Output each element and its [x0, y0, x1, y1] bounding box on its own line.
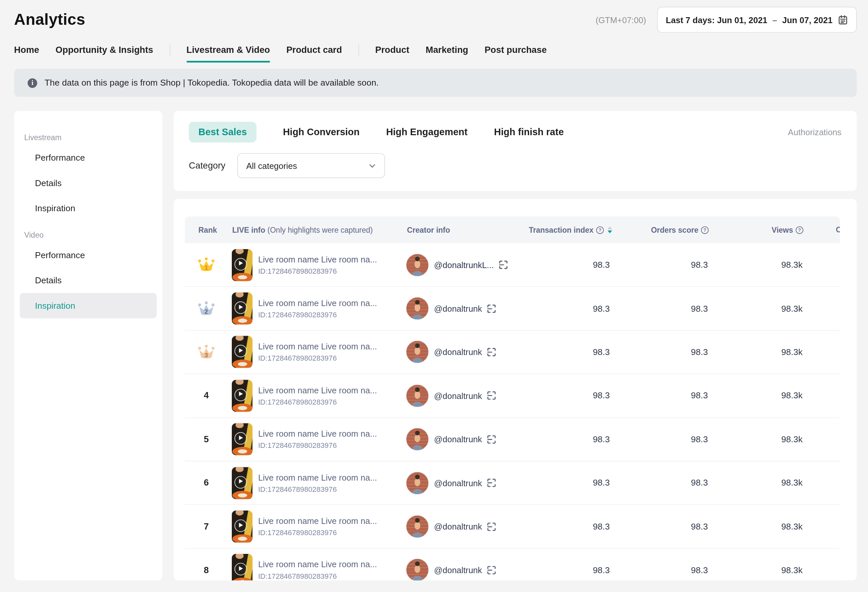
- question-circle-icon[interactable]: ?: [795, 226, 804, 234]
- live-room-title[interactable]: Live room name Live room na...: [258, 516, 377, 526]
- chevron-down-icon: [368, 161, 376, 170]
- creator-avatar[interactable]: [406, 515, 429, 538]
- tab-high-engagement[interactable]: High Engagement: [386, 127, 468, 138]
- live-room-title[interactable]: Live room name Live room na...: [258, 386, 377, 395]
- live-room-title[interactable]: Live room name Live room na...: [258, 255, 377, 264]
- tab-high-conversion[interactable]: High Conversion: [283, 127, 360, 138]
- expand-scan-icon[interactable]: [487, 348, 496, 356]
- expand-scan-icon[interactable]: [487, 304, 496, 313]
- transaction-index-value: 98.3: [524, 303, 626, 314]
- creator-handle[interactable]: @donaltrunkL...: [434, 260, 494, 270]
- orders-score-label: Orders score: [651, 226, 698, 234]
- expand-scan-icon[interactable]: [499, 261, 508, 269]
- rank-cell: 1 1: [185, 256, 228, 273]
- play-icon: [235, 389, 247, 401]
- live-text: Live room name Live room na... ID:172846…: [258, 516, 377, 537]
- expand-scan-icon[interactable]: [487, 565, 496, 574]
- creator-cell: @donaltrunk: [400, 297, 524, 320]
- creator-handle[interactable]: @donaltrunk: [434, 304, 482, 313]
- filter-card: Best Sales High Conversion High Engageme…: [174, 111, 857, 191]
- authorizations-link[interactable]: Authorizations: [788, 127, 841, 137]
- live-room-title[interactable]: Live room name Live room na...: [258, 560, 377, 569]
- question-circle-icon[interactable]: ?: [596, 226, 604, 234]
- sidebar-item-livestream-performance[interactable]: Performance: [20, 145, 157, 170]
- creator-cell: @donaltrunkL...: [400, 253, 524, 277]
- rank-cell: 2 2: [185, 300, 228, 317]
- info-banner: i The data on this page is from Shop | T…: [14, 69, 857, 97]
- creator-avatar[interactable]: [406, 559, 429, 580]
- nav-item-marketing[interactable]: Marketing: [425, 45, 468, 55]
- question-circle-icon[interactable]: ?: [701, 226, 709, 234]
- live-thumbnail[interactable]: [232, 249, 252, 281]
- live-thumbnail[interactable]: [232, 510, 252, 542]
- sort-carets-icon[interactable]: [608, 227, 613, 233]
- expand-scan-icon[interactable]: [487, 478, 496, 487]
- live-text: Live room name Live room na... ID:172846…: [258, 298, 377, 319]
- live-text: Live room name Live room na... ID:172846…: [258, 429, 377, 450]
- live-thumbnail[interactable]: [232, 467, 252, 499]
- svg-text:3: 3: [205, 352, 208, 359]
- tab-high-finish-rate[interactable]: High finish rate: [494, 127, 564, 138]
- nav-item-home[interactable]: Home: [14, 45, 39, 55]
- creator-cell: @donaltrunk: [400, 428, 524, 451]
- transaction-index-value: 98.3: [524, 521, 626, 532]
- nav-item-opportunity-insights[interactable]: Opportunity & Insights: [56, 45, 153, 55]
- nav-item-product[interactable]: Product: [375, 45, 409, 55]
- rank-number: 4: [204, 391, 209, 401]
- column-header-orders-score: Orders score ?: [626, 226, 716, 234]
- creator-avatar[interactable]: [406, 384, 429, 407]
- column-header-transaction-index[interactable]: Transaction index ?: [524, 226, 626, 234]
- creator-avatar[interactable]: [406, 340, 429, 364]
- sidebar-item-livestream-details[interactable]: Details: [20, 170, 157, 196]
- column-header-views: Views ?: [716, 226, 810, 234]
- rank-crown-icon: 3: [197, 344, 216, 361]
- live-text: Live room name Live room na... ID:172846…: [258, 342, 377, 362]
- play-icon: [235, 432, 247, 445]
- live-room-title[interactable]: Live room name Live room na...: [258, 298, 377, 308]
- creator-handle[interactable]: @donaltrunk: [434, 565, 482, 575]
- live-thumbnail[interactable]: [232, 336, 252, 368]
- tab-best-sales[interactable]: Best Sales: [189, 122, 257, 143]
- creator-avatar[interactable]: [406, 297, 429, 320]
- live-room-title[interactable]: Live room name Live room na...: [258, 473, 377, 482]
- sidebar-item-video-performance[interactable]: Performance: [20, 242, 157, 268]
- live-thumbnail[interactable]: [232, 423, 252, 455]
- creator-handle[interactable]: @donaltrunk: [434, 521, 482, 531]
- creator-handle[interactable]: @donaltrunk: [434, 348, 482, 357]
- sidebar-item-livestream-inspiration[interactable]: Inspiration: [20, 195, 157, 221]
- live-thumbnail[interactable]: [232, 380, 252, 412]
- creator-avatar[interactable]: [406, 428, 429, 451]
- page-header: Analytics (GTM+07:00) Last 7 days: Jun 0…: [0, 0, 868, 33]
- table-row: 8 8 Live room name Live room na... ID:17…: [185, 549, 840, 580]
- creator-avatar[interactable]: [406, 253, 429, 277]
- table-row: 5 5 Live room name Live room na... ID:17…: [185, 418, 840, 461]
- expand-scan-icon[interactable]: [487, 391, 496, 400]
- views-value: 98.3k: [716, 347, 810, 357]
- sidebar-item-video-details[interactable]: Details: [20, 268, 157, 293]
- category-label: Category: [189, 161, 226, 171]
- transaction-index-label: Transaction index: [529, 226, 593, 234]
- category-select[interactable]: All categories: [237, 153, 385, 178]
- live-thumbnail[interactable]: [232, 554, 252, 580]
- rank-crown-icon: 2: [197, 300, 216, 317]
- sidebar-item-video-inspiration[interactable]: Inspiration: [20, 293, 157, 318]
- date-range-picker[interactable]: Last 7 days: Jun 01, 2021 – Jun 07, 2021: [657, 7, 857, 32]
- ranking-tabs: Best Sales High Conversion High Engageme…: [189, 122, 841, 143]
- nav-item-post-purchase[interactable]: Post purchase: [484, 45, 546, 55]
- live-room-title[interactable]: Live room name Live room na...: [258, 342, 377, 351]
- live-room-title[interactable]: Live room name Live room na...: [258, 429, 377, 439]
- creator-handle[interactable]: @donaltrunk: [434, 391, 482, 401]
- header-right: (GTM+07:00) Last 7 days: Jun 01, 2021 – …: [595, 7, 857, 32]
- expand-scan-icon[interactable]: [487, 522, 496, 531]
- creator-cell: @donaltrunk: [400, 515, 524, 538]
- expand-scan-icon[interactable]: [487, 434, 496, 443]
- creator-avatar[interactable]: [406, 471, 429, 495]
- live-thumbnail[interactable]: [232, 293, 252, 325]
- nav-item-product-card[interactable]: Product card: [286, 45, 342, 55]
- creator-handle[interactable]: @donaltrunk: [434, 434, 482, 444]
- creator-handle[interactable]: @donaltrunk: [434, 478, 482, 488]
- table-row: 6 6 Live room name Live room na... ID:17…: [185, 461, 840, 505]
- creator-cell: @donaltrunk: [400, 471, 524, 495]
- nav-item-livestream-video[interactable]: Livestream & Video: [186, 45, 270, 55]
- ranking-table-card: Rank LIVE info (Only highlights were cap…: [174, 199, 857, 580]
